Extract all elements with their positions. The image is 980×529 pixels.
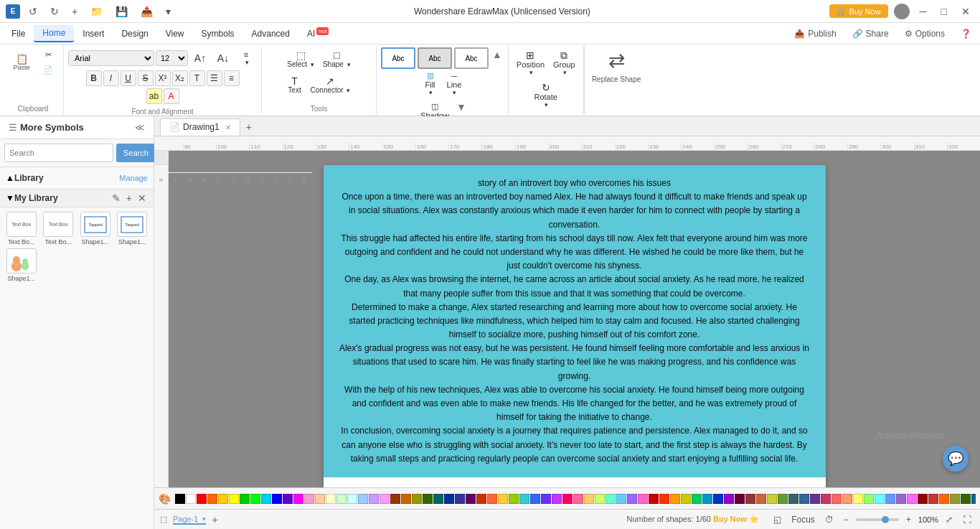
color-swatch[interactable]: [562, 494, 573, 504]
color-swatch[interactable]: [595, 494, 605, 504]
search-input[interactable]: [4, 144, 113, 162]
page-dropdown-arrow[interactable]: ▾: [202, 515, 206, 523]
clock-btn[interactable]: ⏱: [822, 513, 837, 526]
color-swatch[interactable]: [380, 494, 390, 504]
zoom-out-btn[interactable]: −: [841, 513, 852, 526]
fit-page-btn[interactable]: ⤢: [943, 513, 956, 526]
style-preview-2[interactable]: Abc: [418, 47, 452, 69]
user-avatar[interactable]: [894, 4, 910, 19]
panel-expand-btn[interactable]: ≪: [132, 121, 148, 134]
tab-close-btn[interactable]: ✕: [225, 123, 231, 131]
my-library-edit-btn[interactable]: ✎: [110, 192, 122, 204]
subscript-btn[interactable]: X₂: [172, 70, 188, 86]
menu-view[interactable]: View: [157, 26, 193, 42]
color-swatch[interactable]: [466, 494, 476, 504]
color-picker-btn[interactable]: 🎨: [159, 493, 171, 505]
color-swatch[interactable]: [401, 494, 411, 504]
color-swatch[interactable]: [229, 494, 239, 504]
color-swatch[interactable]: [250, 494, 260, 504]
my-library-collapse-icon[interactable]: ▼: [6, 193, 14, 203]
maximize-btn[interactable]: □: [937, 4, 951, 19]
color-swatch[interactable]: [358, 494, 368, 504]
color-swatch[interactable]: [326, 494, 336, 504]
page-layout-btn[interactable]: ⬚: [160, 515, 167, 524]
text-bg-btn[interactable]: ab: [146, 88, 162, 104]
list2-btn[interactable]: ≡: [224, 70, 240, 86]
color-swatch[interactable]: [261, 494, 271, 504]
fill-btn[interactable]: ▥ Fill▾: [420, 69, 441, 98]
zoom-slider[interactable]: [856, 518, 899, 521]
list-item[interactable]: Tapped Shape1...: [78, 212, 113, 245]
open-btn[interactable]: 📁: [86, 4, 107, 19]
color-swatch[interactable]: [713, 494, 723, 504]
color-swatch[interactable]: [745, 494, 755, 504]
color-swatch[interactable]: [928, 494, 938, 504]
menu-home[interactable]: Home: [34, 25, 74, 42]
color-swatch[interactable]: [638, 494, 648, 504]
color-swatch[interactable]: [272, 494, 282, 504]
canvas-content[interactable]: story of an introvert boy who overcomes …: [169, 151, 980, 487]
list-item[interactable]: Text Box Text Bo...: [42, 212, 76, 245]
buy-now-button[interactable]: 🛒 Buy Now: [829, 4, 888, 18]
redo-btn[interactable]: ↻: [46, 4, 63, 19]
font-color-btn[interactable]: A: [164, 88, 179, 104]
color-swatch[interactable]: [702, 494, 712, 504]
color-swatch[interactable]: [885, 494, 895, 504]
color-swatch[interactable]: [799, 494, 809, 504]
line-btn[interactable]: ─ Line▾: [443, 69, 466, 98]
font-size-select[interactable]: 12: [156, 50, 188, 66]
rotate-btn[interactable]: ↻ Rotate▾: [531, 80, 561, 111]
color-swatch[interactable]: [853, 494, 863, 504]
color-swatch[interactable]: [444, 494, 454, 504]
manage-link[interactable]: Manage: [119, 174, 148, 182]
undo-btn[interactable]: ↺: [24, 4, 42, 19]
color-swatch[interactable]: [756, 494, 766, 504]
font-family-select[interactable]: Arial: [68, 50, 154, 66]
color-swatch[interactable]: [842, 494, 852, 504]
drawing-canvas[interactable]: story of an introvert boy who overcomes …: [324, 165, 826, 487]
color-swatch[interactable]: [509, 494, 519, 504]
color-swatch[interactable]: [487, 494, 497, 504]
color-swatch[interactable]: [541, 494, 551, 504]
new-btn[interactable]: +: [67, 4, 82, 19]
menu-insert[interactable]: Insert: [74, 26, 113, 42]
color-swatch[interactable]: [218, 494, 228, 504]
color-swatch[interactable]: [810, 494, 820, 504]
publish-btn[interactable]: 📤Publish: [788, 27, 842, 41]
color-swatch[interactable]: [240, 494, 250, 504]
page-1-tab[interactable]: Page-1 ▾: [173, 515, 206, 525]
color-swatch[interactable]: [918, 494, 928, 504]
buy-now-link[interactable]: Buy Now: [713, 515, 747, 523]
color-swatch[interactable]: [433, 494, 443, 504]
color-swatch[interactable]: [864, 494, 874, 504]
color-swatch[interactable]: [530, 494, 540, 504]
options-btn[interactable]: ⚙Options: [899, 27, 951, 41]
color-swatch[interactable]: [347, 494, 357, 504]
color-swatch[interactable]: [649, 494, 659, 504]
cut-btn[interactable]: ✂: [37, 48, 59, 62]
color-swatch[interactable]: [950, 494, 960, 504]
color-swatch[interactable]: [207, 494, 217, 504]
menu-symbols[interactable]: Symbols: [193, 26, 243, 42]
color-swatch[interactable]: [283, 494, 293, 504]
color-swatch[interactable]: [423, 494, 433, 504]
color-swatch[interactable]: [584, 494, 594, 504]
color-swatch[interactable]: [552, 494, 562, 504]
color-swatch[interactable]: [875, 494, 885, 504]
canvas-scroll[interactable]: 8 8 9 9 10 11 12 13 14 15 16 story of an…: [154, 151, 980, 487]
my-library-close-btn[interactable]: ✕: [136, 192, 148, 204]
bold-btn[interactable]: B: [86, 70, 102, 86]
help-btn[interactable]: ❓: [955, 27, 977, 41]
menu-ai[interactable]: AIhot: [298, 25, 337, 42]
export-btn[interactable]: 📤: [136, 4, 157, 19]
color-swatch[interactable]: [293, 494, 303, 504]
style-preview-1[interactable]: Abc: [381, 47, 415, 69]
color-swatch[interactable]: [175, 494, 185, 504]
font-increase-btn[interactable]: A↑: [189, 50, 211, 66]
list-item[interactable]: Text Box Text Bo...: [4, 212, 39, 245]
focus-btn[interactable]: Focus: [788, 513, 818, 526]
color-swatch[interactable]: [336, 494, 347, 504]
share-btn[interactable]: 🔗Share: [847, 27, 895, 41]
color-swatch[interactable]: [659, 494, 669, 504]
menu-design[interactable]: Design: [113, 26, 156, 42]
